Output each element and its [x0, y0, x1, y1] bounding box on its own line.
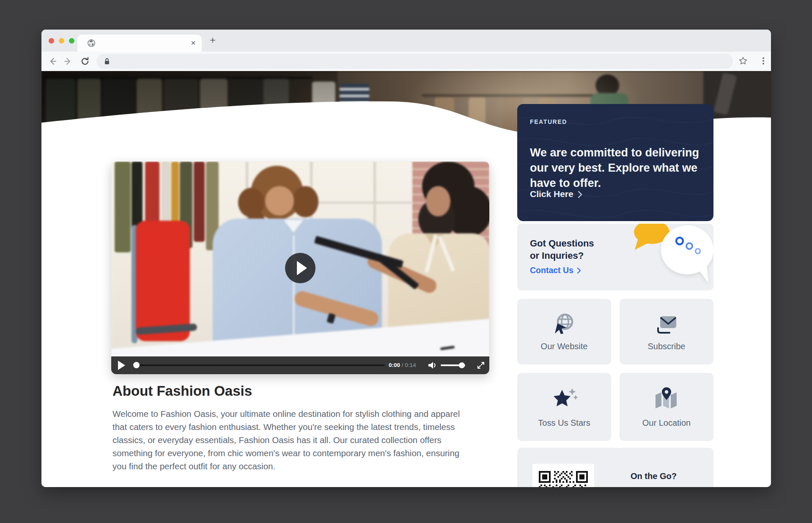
on-the-go-title: On the Go? — [631, 471, 677, 481]
about-paragraph-line: Welcome to Fashion Oasis, your ultimate … — [112, 407, 527, 420]
map-pin-icon — [620, 386, 713, 409]
questions-card[interactable]: Got Questions or Inquries? Contact Us — [517, 224, 713, 290]
browser-menu-icon[interactable] — [759, 56, 768, 66]
window-minimize-button[interactable] — [59, 38, 64, 44]
fullscreen-icon[interactable] — [477, 361, 485, 370]
globe-favicon-icon — [87, 38, 96, 48]
window-zoom-button[interactable] — [69, 38, 74, 44]
play-icon — [297, 261, 307, 275]
browser-tab-strip: ✕ + — [41, 30, 771, 52]
video-progress-track[interactable] — [137, 364, 385, 366]
video-controls-bar[interactable]: 0:00 / 0:14 — [111, 356, 489, 374]
video-time-display: 0:00 / 0:14 — [389, 362, 416, 369]
window-close-button[interactable] — [49, 38, 54, 44]
featured-headline: We are committed to delivering our very … — [530, 145, 701, 191]
chevron-right-icon — [578, 191, 582, 198]
video-player[interactable]: 0:00 / 0:14 — [111, 162, 489, 374]
about-paragraph-line: that caters to every fashion enthusiast.… — [112, 420, 527, 433]
our-website-card[interactable]: Our Website — [517, 299, 611, 364]
time-separator: / — [400, 362, 405, 368]
featured-cta-link[interactable]: Click Here — [530, 189, 582, 200]
video-duration: 0:14 — [405, 362, 416, 368]
toss-us-stars-label: Toss Us Stars — [517, 418, 611, 428]
browser-window: ✕ + — [41, 30, 771, 487]
lock-icon[interactable] — [103, 58, 111, 65]
about-heading: About Fashion Oasis — [112, 383, 252, 399]
toss-us-stars-card[interactable]: Toss Us Stars — [517, 373, 611, 441]
forward-icon[interactable] — [63, 57, 73, 66]
our-location-card[interactable]: Our Location — [620, 373, 713, 441]
controls-play-icon[interactable] — [118, 361, 125, 370]
questions-title: Got Questions or Inquries? — [530, 237, 594, 262]
subscribe-label: Subscribe — [620, 342, 713, 351]
desktop-background: ✕ + — [0, 0, 812, 523]
our-website-label: Our Website — [517, 342, 611, 351]
featured-card[interactable]: FEATURED We are committed to delivering … — [517, 104, 713, 221]
globe-cursor-icon — [517, 312, 611, 335]
video-play-button[interactable] — [285, 253, 315, 283]
volume-speaker-icon[interactable] — [428, 361, 437, 370]
chevron-right-icon — [577, 267, 581, 274]
qr-code — [532, 464, 594, 487]
browser-tab[interactable]: ✕ — [77, 35, 202, 52]
bookmark-star-icon[interactable] — [738, 56, 748, 66]
featured-eyebrow: FEATURED — [530, 118, 567, 125]
star-sparkles-icon — [517, 386, 611, 409]
new-tab-button[interactable]: + — [207, 35, 218, 46]
reload-icon[interactable] — [80, 57, 90, 66]
browser-toolbar — [41, 52, 771, 71]
current-time: 0:00 — [389, 362, 400, 368]
our-location-label: Our Location — [620, 418, 713, 428]
about-paragraph-line: something for everyone, from chic women'… — [112, 446, 527, 460]
address-bar[interactable] — [96, 54, 733, 69]
tab-close-icon[interactable]: ✕ — [189, 38, 198, 48]
about-paragraph-line: you find the perfect outfit for any occa… — [112, 460, 527, 473]
about-paragraph: Welcome to Fashion Oasis, your ultimate … — [112, 407, 527, 473]
video-progress-handle[interactable] — [133, 362, 140, 368]
envelope-icon — [620, 312, 713, 335]
subscribe-card[interactable]: Subscribe — [620, 299, 713, 364]
page-content: 0:00 / 0:14 About Fashion Oasis Welcome … — [41, 71, 771, 487]
on-the-go-card[interactable]: On the Go? — [517, 448, 713, 487]
contact-us-link[interactable]: Contact Us — [530, 266, 581, 275]
about-paragraph-line: classics, or everyday essentials, Fashio… — [112, 433, 527, 446]
back-icon[interactable] — [48, 57, 57, 66]
volume-slider-handle[interactable] — [459, 362, 465, 368]
